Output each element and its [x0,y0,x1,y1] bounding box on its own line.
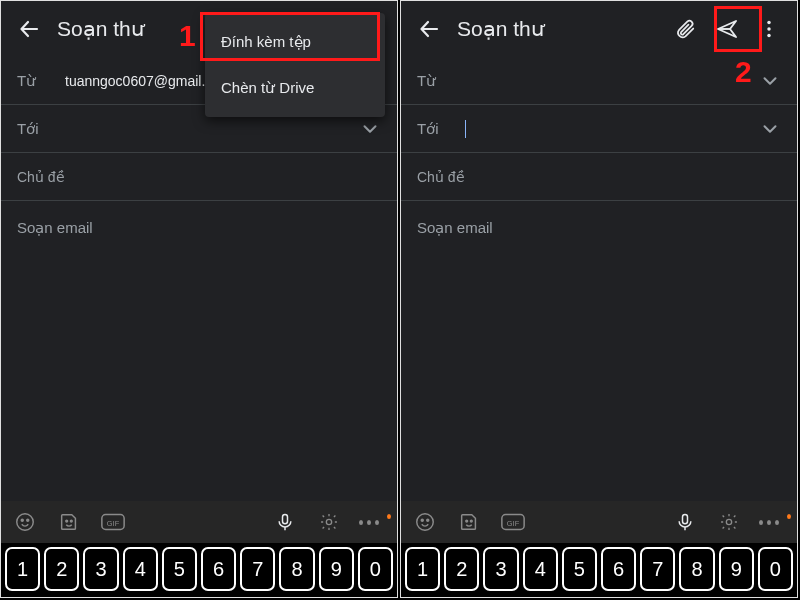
mic-icon[interactable] [671,508,699,536]
to-row[interactable]: Tới [401,105,797,153]
svg-text:GIF: GIF [107,519,120,528]
subject-placeholder: Chủ đề [17,169,381,185]
sticker-icon[interactable] [55,508,83,536]
to-label: Tới [417,120,465,138]
emoji-icon[interactable] [11,508,39,536]
key-8[interactable]: 8 [279,547,314,591]
svg-point-1 [17,514,34,531]
sticker-icon[interactable] [455,508,483,536]
from-row[interactable]: Từ [401,57,797,105]
gear-icon[interactable] [315,508,343,536]
key-7[interactable]: 7 [640,547,675,591]
menu-attach-file[interactable]: Đính kèm tệp [205,19,385,65]
key-8[interactable]: 8 [679,547,714,591]
compose-body[interactable]: Soạn email [401,201,797,255]
svg-point-4 [66,520,68,522]
left-screenshot: Soạn thư Từ tuanngoc0607@gmail.co Tới Ch… [0,0,398,598]
svg-point-2 [21,519,23,521]
keyboard-number-row: 1 2 3 4 5 6 7 8 9 0 [401,543,797,597]
chevron-down-icon[interactable] [359,118,381,140]
key-9[interactable]: 9 [719,547,754,591]
emoji-icon[interactable] [411,508,439,536]
subject-row[interactable]: Chủ đề [1,153,397,201]
more-icon[interactable] [759,508,787,536]
key-4[interactable]: 4 [123,547,158,591]
body-placeholder: Soạn email [417,219,493,236]
svg-point-20 [470,520,472,522]
right-screenshot: Soạn thư Từ Tới [400,0,798,598]
key-9[interactable]: 9 [319,547,354,591]
svg-point-18 [427,519,429,521]
svg-point-13 [767,21,770,24]
key-1[interactable]: 1 [5,547,40,591]
svg-point-25 [726,519,731,524]
keyboard-toolbar: GIF [1,501,397,543]
key-0[interactable]: 0 [358,547,393,591]
attach-icon[interactable] [665,9,705,49]
keyboard: GIF 1 2 3 4 [401,501,797,597]
keyboard: GIF 1 2 3 4 [1,501,397,597]
svg-text:GIF: GIF [507,519,520,528]
svg-point-3 [27,519,29,521]
key-4[interactable]: 4 [523,547,558,591]
back-icon[interactable] [409,9,449,49]
key-6[interactable]: 6 [601,547,636,591]
to-value[interactable] [465,119,759,137]
to-label: Tới [17,120,65,138]
key-7[interactable]: 7 [240,547,275,591]
svg-point-15 [767,34,770,37]
more-icon[interactable] [359,508,387,536]
page-title: Soạn thư [449,17,665,41]
key-3[interactable]: 3 [483,547,518,591]
from-label: Từ [417,72,465,90]
key-0[interactable]: 0 [758,547,793,591]
keyboard-number-row: 1 2 3 4 5 6 7 8 9 0 [1,543,397,597]
gear-icon[interactable] [715,508,743,536]
chevron-down-icon[interactable] [759,118,781,140]
gif-icon[interactable]: GIF [99,508,127,536]
subject-row[interactable]: Chủ đề [401,153,797,201]
key-2[interactable]: 2 [444,547,479,591]
mic-icon[interactable] [271,508,299,536]
svg-point-5 [70,520,72,522]
key-2[interactable]: 2 [44,547,79,591]
chevron-down-icon[interactable] [759,70,781,92]
key-5[interactable]: 5 [162,547,197,591]
from-label: Từ [17,72,65,90]
overflow-icon[interactable] [749,9,789,49]
key-1[interactable]: 1 [405,547,440,591]
svg-point-10 [326,519,331,524]
svg-point-17 [421,519,423,521]
key-6[interactable]: 6 [201,547,236,591]
svg-rect-23 [683,515,688,524]
appbar: Soạn thư [401,1,797,57]
key-5[interactable]: 5 [562,547,597,591]
subject-placeholder: Chủ đề [417,169,781,185]
svg-rect-8 [283,515,288,524]
gif-icon[interactable]: GIF [499,508,527,536]
svg-point-19 [466,520,468,522]
svg-point-14 [767,27,770,30]
body-placeholder: Soạn email [17,219,93,236]
back-icon[interactable] [9,9,49,49]
menu-insert-drive[interactable]: Chèn từ Drive [205,65,385,111]
keyboard-toolbar: GIF [401,501,797,543]
compose-body[interactable]: Soạn email [1,201,397,255]
svg-point-16 [417,514,434,531]
attach-menu: Đính kèm tệp Chèn từ Drive [205,13,385,117]
send-icon[interactable] [707,9,747,49]
key-3[interactable]: 3 [83,547,118,591]
